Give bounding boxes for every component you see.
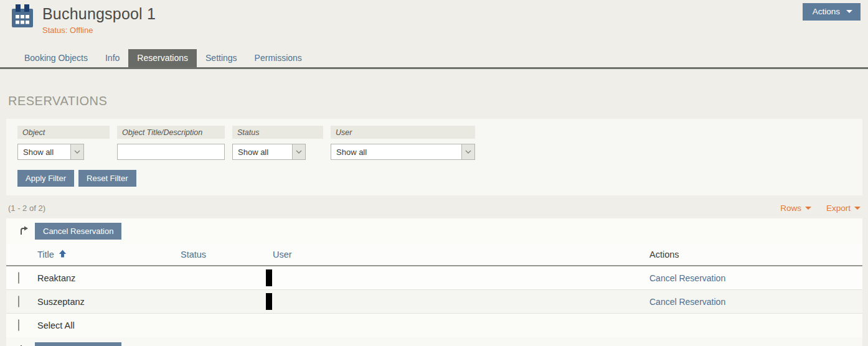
row-checkbox[interactable] bbox=[18, 272, 19, 284]
rows-dropdown[interactable]: Rows bbox=[780, 203, 811, 213]
sort-ascending-icon bbox=[59, 249, 67, 260]
select-all-row: Select All bbox=[6, 314, 862, 337]
column-title-label: Title bbox=[37, 250, 54, 260]
cancel-reservation-button-bottom[interactable]: Cancel Reservation bbox=[35, 342, 121, 346]
row-title: Suszeptanz bbox=[37, 297, 181, 307]
object-title-filter-input[interactable] bbox=[117, 144, 225, 160]
user-filter-value: Show all bbox=[331, 144, 461, 159]
row-title: Reaktanz bbox=[37, 273, 181, 283]
filter-panel: Object Show all Object Title/Description… bbox=[6, 119, 862, 195]
page: Buchungspool 1 Status: Offline Actions B… bbox=[0, 0, 868, 346]
object-filter-select[interactable]: Show all bbox=[17, 144, 84, 160]
reset-filter-button[interactable]: Reset Filter bbox=[78, 170, 136, 187]
redacted-user-value bbox=[266, 269, 272, 286]
corner-arrow-up-icon bbox=[18, 225, 29, 238]
status-filter-select[interactable]: Show all bbox=[232, 144, 306, 160]
cancel-reservation-link[interactable]: Cancel Reservation bbox=[649, 297, 862, 307]
status-text: Status: Offline bbox=[42, 26, 156, 35]
caret-down-icon bbox=[846, 10, 852, 13]
tab-booking-objects[interactable]: Booking Objects bbox=[16, 49, 97, 67]
table-row: Reaktanz Cancel Reservation bbox=[6, 266, 862, 290]
chevron-down-icon bbox=[461, 144, 474, 159]
cancel-reservation-button-top[interactable]: Cancel Reservation bbox=[35, 223, 121, 240]
bulk-actions-bottom: Cancel Reservation bbox=[6, 337, 862, 346]
corner-arrow-down-icon bbox=[18, 344, 29, 346]
filter-field-user: User Show all bbox=[331, 126, 475, 160]
column-header-user[interactable]: User bbox=[273, 250, 649, 260]
reservations-table: Cancel Reservation Title Status User Act… bbox=[6, 218, 862, 346]
cancel-reservation-link[interactable]: Cancel Reservation bbox=[649, 273, 862, 283]
row-checkbox[interactable] bbox=[18, 296, 19, 307]
select-all-label: Select All bbox=[37, 320, 181, 330]
tab-reservations[interactable]: Reservations bbox=[128, 49, 197, 67]
apply-filter-button[interactable]: Apply Filter bbox=[17, 170, 74, 187]
calendar-icon bbox=[10, 4, 35, 32]
redacted-user-value bbox=[266, 293, 272, 310]
section-title: RESERVATIONS bbox=[8, 94, 868, 108]
filter-field-status: Status Show all bbox=[232, 126, 323, 160]
column-header-status[interactable]: Status bbox=[181, 250, 273, 260]
tab-info[interactable]: Info bbox=[97, 49, 128, 67]
export-label: Export bbox=[826, 203, 851, 213]
user-filter-select[interactable]: Show all bbox=[331, 144, 475, 160]
tab-permissions[interactable]: Permissions bbox=[246, 49, 311, 67]
filter-field-object: Object Show all bbox=[17, 126, 110, 160]
tab-bar: Booking Objects Info Reservations Settin… bbox=[0, 49, 868, 69]
header: Buchungspool 1 Status: Offline Actions bbox=[0, 0, 868, 39]
filter-label-status: Status bbox=[232, 126, 323, 139]
caret-down-icon bbox=[854, 207, 861, 210]
bulk-actions-top: Cancel Reservation bbox=[6, 218, 862, 244]
tab-settings[interactable]: Settings bbox=[197, 49, 246, 67]
caret-down-icon bbox=[805, 207, 811, 210]
select-all-checkbox[interactable] bbox=[18, 319, 19, 331]
column-header-actions: Actions bbox=[649, 250, 862, 260]
list-toolbar: (1 - 2 of 2) Rows Export bbox=[8, 203, 861, 213]
pagination-range: (1 - 2 of 2) bbox=[8, 203, 45, 213]
status-filter-value: Show all bbox=[233, 144, 292, 159]
filter-field-title-description: Object Title/Description bbox=[117, 126, 225, 160]
table-header-row: Title Status User Actions bbox=[6, 244, 862, 266]
page-title: Buchungspool 1 bbox=[42, 5, 156, 23]
rows-label: Rows bbox=[780, 203, 801, 213]
filter-label-title-description: Object Title/Description bbox=[117, 126, 225, 139]
chevron-down-icon bbox=[70, 144, 83, 159]
actions-button-label: Actions bbox=[813, 7, 840, 16]
filter-label-user: User bbox=[331, 126, 475, 139]
column-header-title[interactable]: Title bbox=[37, 249, 181, 260]
filter-label-object: Object bbox=[17, 126, 110, 139]
object-filter-value: Show all bbox=[18, 144, 70, 159]
chevron-down-icon bbox=[292, 144, 305, 159]
actions-button[interactable]: Actions bbox=[803, 3, 861, 21]
export-dropdown[interactable]: Export bbox=[826, 203, 861, 213]
table-row: Suszeptanz Cancel Reservation bbox=[6, 290, 862, 314]
